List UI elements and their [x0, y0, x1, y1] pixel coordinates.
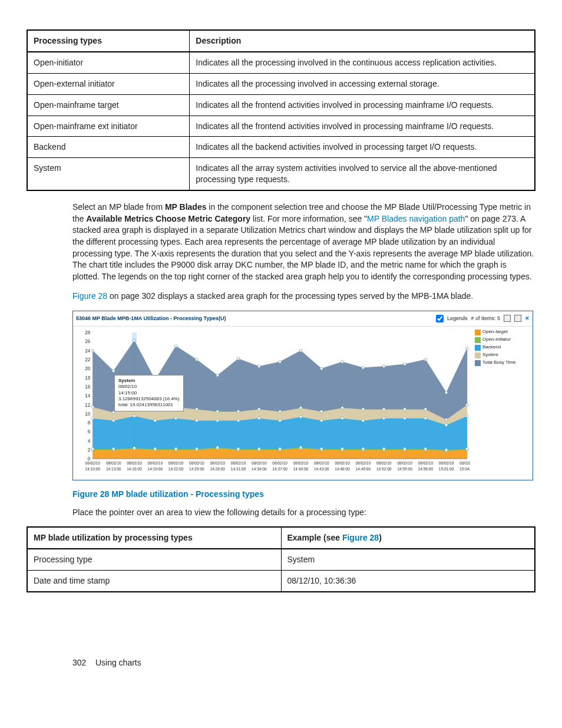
svg-point-75 — [133, 446, 136, 449]
legend-item[interactable]: Open-initiator — [475, 337, 531, 343]
svg-text:08/02/10: 08/02/10 — [418, 461, 434, 465]
svg-text:08/02/10: 08/02/10 — [439, 461, 454, 465]
svg-text:8: 8 — [88, 420, 91, 426]
svg-text:08/02/10: 08/02/10 — [356, 461, 371, 465]
legend-item[interactable]: System — [475, 353, 531, 358]
legend-item[interactable]: Backend — [475, 345, 531, 351]
link-nav-path[interactable]: MP Blades navigation path — [367, 214, 465, 223]
svg-text:08/02/10: 08/02/10 — [272, 461, 287, 465]
tool-icon-2[interactable] — [514, 315, 521, 322]
svg-text:14:31:00: 14:31:00 — [231, 467, 246, 471]
svg-point-135 — [196, 358, 199, 361]
svg-point-140 — [299, 349, 302, 352]
svg-text:14:55:00: 14:55:00 — [397, 467, 412, 471]
svg-point-128 — [445, 418, 448, 421]
svg-text:08/02/10: 08/02/10 — [335, 461, 350, 465]
svg-text:14:22:00: 14:22:00 — [168, 467, 184, 471]
svg-text:14:43:00: 14:43:00 — [314, 467, 329, 471]
svg-point-122 — [320, 410, 323, 413]
svg-point-100 — [258, 417, 261, 420]
chart-plot-area[interactable]: 024681012141618202224262808/02/1014:10:0… — [73, 327, 473, 480]
svg-point-126 — [404, 408, 406, 411]
close-icon[interactable]: ✕ — [525, 315, 530, 322]
svg-text:14:10:00: 14:10:00 — [85, 467, 101, 471]
svg-text:14: 14 — [85, 393, 90, 398]
chart-legend: Open-targetOpen-initiatorBackendSystemTo… — [473, 327, 533, 480]
page-footer: 302 Using charts — [72, 657, 535, 668]
svg-text:08/02/10: 08/02/10 — [210, 461, 225, 465]
svg-point-124 — [362, 408, 365, 411]
chart-container: 53046 MP Blade MPB-1MA Utilization - Pro… — [72, 311, 533, 480]
svg-point-83 — [299, 446, 302, 449]
svg-point-80 — [237, 447, 240, 450]
svg-point-145 — [404, 363, 406, 365]
table-row: Open-external initiatorIndicates all the… — [27, 73, 535, 94]
link-figure-28-table[interactable]: Figure 28 — [342, 533, 379, 542]
svg-point-81 — [258, 447, 261, 450]
svg-text:15:01:00: 15:01:00 — [439, 467, 454, 471]
svg-point-136 — [216, 374, 219, 377]
svg-text:14:28:00: 14:28:00 — [210, 467, 225, 471]
svg-point-107 — [404, 417, 406, 420]
svg-point-84 — [320, 447, 323, 450]
svg-point-90 — [445, 449, 448, 452]
svg-point-139 — [279, 360, 282, 363]
svg-text:6: 6 — [88, 429, 91, 434]
svg-point-88 — [404, 447, 406, 450]
svg-text:08/02/10: 08/02/10 — [189, 461, 204, 465]
svg-text:26: 26 — [85, 339, 90, 344]
table-row: SystemIndicates all the array system act… — [27, 158, 535, 190]
th-util: MP blade utilization by processing types — [27, 527, 281, 549]
svg-text:16: 16 — [85, 384, 90, 390]
svg-point-137 — [237, 357, 240, 360]
svg-point-101 — [279, 419, 282, 422]
svg-point-106 — [382, 417, 385, 420]
svg-text:08/02/10: 08/02/10 — [148, 461, 163, 465]
th-desc: Description — [190, 30, 535, 52]
svg-point-103 — [320, 419, 323, 422]
svg-text:08/02/10: 08/02/10 — [231, 461, 246, 465]
legend-item[interactable]: Total Busy Time — [475, 360, 531, 366]
svg-text:22: 22 — [85, 357, 90, 363]
svg-text:08/02/10: 08/02/10 — [252, 461, 267, 465]
svg-text:14:49:00: 14:49:00 — [356, 467, 371, 471]
chart-title: 53046 MP Blade MPB-1MA Utilization - Pro… — [76, 315, 226, 322]
svg-point-93 — [112, 419, 115, 422]
table-row: Open-mainframe ext initiatorIndicates al… — [27, 116, 535, 137]
svg-point-73 — [91, 447, 94, 450]
svg-text:08/02/10: 08/02/10 — [127, 461, 142, 465]
svg-point-132 — [133, 339, 136, 342]
tool-icon-1[interactable] — [504, 315, 511, 322]
svg-point-79 — [216, 446, 219, 449]
page-number: 302 — [72, 658, 86, 667]
svg-point-127 — [424, 408, 427, 411]
table-row: Processing typeSystem — [27, 549, 535, 570]
svg-text:28: 28 — [85, 330, 90, 335]
legend-item[interactable]: Open-target — [475, 330, 531, 335]
svg-text:14:16:00: 14:16:00 — [127, 467, 142, 471]
svg-point-123 — [341, 406, 344, 409]
svg-point-82 — [279, 447, 282, 450]
svg-text:08/02/10: 08/02/10 — [293, 461, 309, 465]
legends-checkbox[interactable]: Legends — [434, 313, 467, 324]
chart-toolbar: Legends # of Items: 5 ✕ — [434, 313, 530, 324]
link-figure-28[interactable]: Figure 28 — [72, 291, 107, 301]
svg-text:14:25:00: 14:25:00 — [189, 467, 204, 471]
svg-text:4: 4 — [88, 439, 91, 444]
svg-text:10: 10 — [85, 411, 90, 417]
svg-point-110 — [466, 414, 469, 417]
paragraph-figref: Figure 28 on page 302 displays a stacked… — [72, 291, 535, 302]
svg-text:14:13:00: 14:13:00 — [106, 467, 121, 471]
svg-text:08/02/10: 08/02/10 — [85, 461, 101, 465]
svg-point-142 — [341, 360, 344, 363]
paragraph-intro: Select an MP blade from MP Blades in the… — [72, 202, 535, 282]
svg-point-89 — [424, 447, 427, 450]
svg-point-120 — [279, 410, 282, 413]
svg-text:14:37:00: 14:37:00 — [272, 467, 287, 471]
svg-text:08/02/10: 08/02/10 — [459, 461, 470, 465]
svg-point-131 — [112, 370, 115, 373]
svg-point-111 — [91, 406, 94, 409]
svg-point-119 — [258, 408, 261, 411]
svg-point-108 — [424, 417, 427, 420]
items-count: # of Items: 5 — [471, 315, 500, 322]
